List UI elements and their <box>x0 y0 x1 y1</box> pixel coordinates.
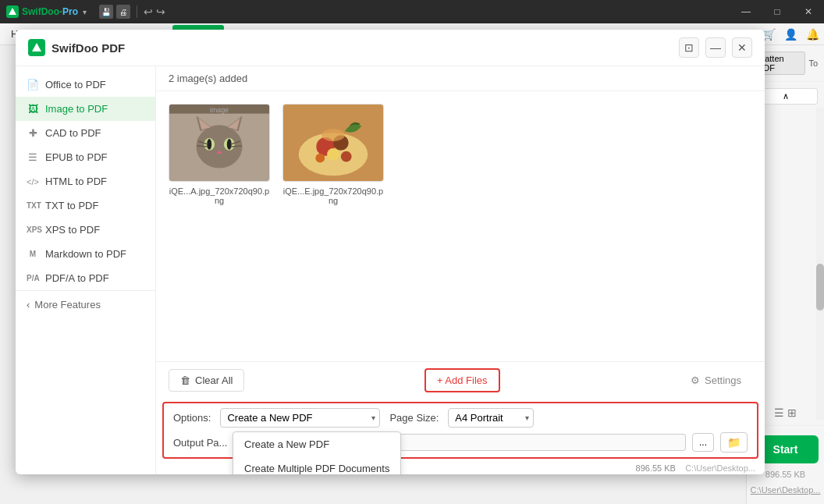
page-size-select-wrapper: A4 Portrait A4 Landscape Letter Custom ▾ <box>448 408 534 428</box>
svg-point-25 <box>341 151 352 162</box>
output-path-label: Output Pa... <box>173 437 227 449</box>
file-label-2: iQE...E.jpg_720x720q90.png <box>282 186 384 205</box>
options-select-wrapper: Create a New PDF Create Multiple PDF Doc… <box>220 408 380 428</box>
maximize-button[interactable]: □ <box>762 0 793 23</box>
print-icon[interactable]: 🖨 <box>116 5 130 19</box>
title-bar: SwifDoo-Pro ▾ 💾 🖨 ↩ ↪ — □ ✕ <box>0 0 824 23</box>
settings-label: Settings <box>705 374 741 386</box>
svg-line-16 <box>231 146 242 147</box>
undo-icon[interactable]: ↩ <box>144 5 153 18</box>
html-to-pdf-label: HTML to PDF <box>45 176 107 187</box>
sidebar-item-office-to-pdf[interactable]: 📄 Office to PDF <box>16 73 155 97</box>
conversion-main: 2 image(s) added <box>156 66 765 474</box>
window-controls: — □ ✕ <box>730 0 824 23</box>
redo-icon[interactable]: ↪ <box>156 5 165 18</box>
dialog-close-button[interactable]: ✕ <box>732 37 752 58</box>
page-size-select[interactable]: A4 Portrait A4 Landscape Letter Custom <box>448 408 534 428</box>
image-to-pdf-label: Image to PDF <box>45 103 108 115</box>
dialog-body: 📄 Office to PDF 🖼 Image to PDF ✚ CAD to … <box>16 66 765 474</box>
dialog-header-controls: ⊡ — ✕ <box>679 37 752 58</box>
grid-view-icon[interactable]: ⊞ <box>787 406 797 419</box>
options-select[interactable]: Create a New PDF Create Multiple PDF Doc… <box>220 408 380 428</box>
add-files-label: + Add Files <box>437 374 488 386</box>
settings-icon: ⚙ <box>691 374 700 386</box>
sidebar-item-pdfa-to-pdf[interactable]: P/A PDF/A to PDF <box>16 266 155 290</box>
file-count-bar: 2 image(s) added <box>156 66 765 91</box>
options-dropdown-menu: Create a New PDF Create Multiple PDF Doc… <box>233 431 401 474</box>
file-count-text: 2 image(s) added <box>169 73 247 84</box>
dialog-logo <box>28 39 45 56</box>
office-to-pdf-label: Office to PDF <box>45 79 106 91</box>
svg-marker-0 <box>9 8 16 15</box>
sidebar-item-image-to-pdf[interactable]: 🖼 Image to PDF <box>16 97 155 121</box>
conversion-bottom-bar: 🗑 Clear All + Add Files ⚙ Settings <box>156 361 765 399</box>
cad-icon: ✚ <box>27 127 39 139</box>
svg-point-24 <box>315 154 325 163</box>
more-features-button[interactable]: ‹ More Features <box>16 290 155 318</box>
epub-to-pdf-label: EPUB to PDF <box>45 151 107 163</box>
clear-all-label: Clear All <box>195 374 233 386</box>
file-size-info: 896.55 KB <box>636 463 676 473</box>
dialog-header: SwifDoo PDF ⊡ — ✕ <box>16 30 765 66</box>
txt-to-pdf-label: TXT to PDF <box>45 200 98 211</box>
bell-icon[interactable]: 🔔 <box>804 26 821 43</box>
file-grid: image iQE...A.jpg_720x720q90.png <box>156 91 765 361</box>
page-size-label: Page Size: <box>389 412 439 424</box>
sidebar-item-cad-to-pdf[interactable]: ✚ CAD to PDF <box>16 121 155 145</box>
svg-text:image: image <box>210 106 229 114</box>
list-item: image iQE...A.jpg_720x720q90.png <box>169 104 270 205</box>
sidebar-item-markdown-to-pdf[interactable]: M Markdown to PDF <box>16 242 155 266</box>
save-icon[interactable]: 💾 <box>99 5 113 19</box>
office-icon: 📄 <box>27 79 39 91</box>
epub-icon: ☰ <box>27 151 39 163</box>
cat-thumbnail: image <box>169 104 270 182</box>
dropdown-item-new-pdf[interactable]: Create a New PDF <box>233 432 400 456</box>
svg-point-23 <box>327 148 339 161</box>
sidebar-item-xps-to-pdf[interactable]: XPS XPS to PDF <box>16 218 155 242</box>
title-bar-logo: SwifDoo-Pro ▾ <box>0 5 93 18</box>
conversion-sidebar: 📄 Office to PDF 🖼 Image to PDF ✚ CAD to … <box>16 66 156 474</box>
options-row-1: Options: Create a New PDF Create Multipl… <box>173 408 748 428</box>
dialog-restore-button[interactable]: ⊡ <box>679 37 699 58</box>
sidebar-item-txt-to-pdf[interactable]: TXT TXT to PDF <box>16 193 155 218</box>
output-folder-button[interactable]: 📁 <box>720 432 748 453</box>
file-label-1: iQE...A.jpg_720x720q90.png <box>169 186 270 205</box>
app-name: SwifDoo-Pro <box>22 6 78 17</box>
to-label: To <box>808 59 818 68</box>
more-features-label: More Features <box>34 299 101 311</box>
svg-marker-1 <box>32 43 41 51</box>
settings-button[interactable]: ⚙ Settings <box>680 370 752 391</box>
image-icon: 🖼 <box>27 103 39 115</box>
image-to-pdf-dialog: SwifDoo PDF ⊡ — ✕ 📄 Office to PDF 🖼 Imag… <box>16 30 765 474</box>
list-view-icon[interactable]: ☰ <box>774 406 784 419</box>
desktop-path-label: C:\User\Desktop... <box>751 485 821 495</box>
clear-all-button[interactable]: 🗑 Clear All <box>169 369 244 392</box>
app-logo-icon <box>6 5 19 18</box>
xps-to-pdf-label: XPS to PDF <box>45 224 100 236</box>
sidebar-item-epub-to-pdf[interactable]: ☰ EPUB to PDF <box>16 145 155 169</box>
sep1 <box>137 5 137 18</box>
txt-icon: TXT <box>27 201 39 210</box>
cad-to-pdf-label: CAD to PDF <box>45 127 101 139</box>
sidebar-item-html-to-pdf[interactable]: </> HTML to PDF <box>16 169 155 193</box>
xps-icon: XPS <box>27 225 39 234</box>
food-thumbnail <box>282 104 384 182</box>
list-item: iQE...E.jpg_720x720q90.png <box>282 104 384 205</box>
dialog-title: SwifDoo PDF <box>52 41 125 55</box>
output-dots-button[interactable]: ... <box>692 433 714 452</box>
dialog-minimize-button[interactable]: — <box>705 37 726 58</box>
add-files-button[interactable]: + Add Files <box>424 368 500 392</box>
markdown-to-pdf-label: Markdown to PDF <box>45 248 126 260</box>
options-panel: Options: Create a New PDF Create Multipl… <box>162 402 758 459</box>
close-button[interactable]: ✕ <box>793 0 824 23</box>
scrollbar-track <box>816 108 824 420</box>
desktop-path-info: C:\User\Desktop... <box>685 463 755 473</box>
app-dropdown-arrow[interactable]: ▾ <box>83 8 87 16</box>
user-icon[interactable]: 👤 <box>782 26 799 43</box>
svg-line-14 <box>197 146 208 147</box>
minimize-button[interactable]: — <box>730 0 762 23</box>
clear-icon: 🗑 <box>180 374 190 386</box>
html-icon: </> <box>27 177 39 186</box>
scrollbar-thumb[interactable] <box>816 264 824 311</box>
dropdown-item-multiple-pdf[interactable]: Create Multiple PDF Documents <box>233 456 400 474</box>
